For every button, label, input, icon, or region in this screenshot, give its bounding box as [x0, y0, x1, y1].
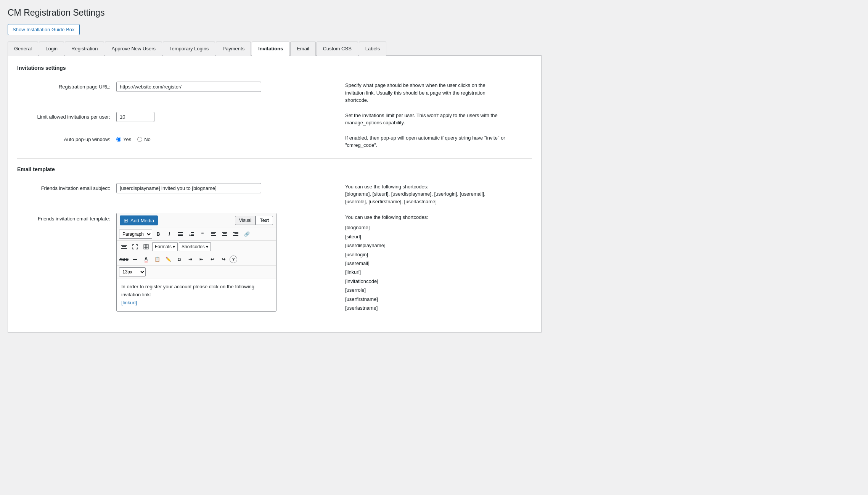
auto-popup-no-radio[interactable]	[137, 137, 142, 142]
editor-fontsize-row: 13px	[117, 266, 276, 278]
email-subject-label: Friends invitation email subject:	[17, 183, 116, 191]
blockquote-button[interactable]: “	[198, 230, 207, 239]
email-subject-help-label: You can use the following shortcodes:	[345, 184, 428, 190]
editor-body[interactable]: In order to register your account please…	[117, 278, 276, 311]
svg-rect-11	[211, 233, 215, 234]
align-left-button[interactable]	[209, 230, 219, 239]
help-code-userlastname: [userlastname]	[345, 304, 505, 312]
undo-button[interactable]: ↩	[207, 255, 217, 264]
fullscreen-button[interactable]	[130, 242, 140, 251]
format-select[interactable]: Paragraph	[119, 230, 152, 239]
reg-page-url-control	[116, 82, 330, 92]
tab-custom-css[interactable]: Custom CSS	[317, 42, 358, 56]
reg-page-url-label: Registration page URL:	[17, 82, 116, 90]
limit-invitations-control	[116, 112, 330, 122]
tab-labels[interactable]: Labels	[359, 42, 386, 56]
email-template-row: Friends invitation email template: ⊞ Add…	[17, 213, 532, 312]
tab-login[interactable]: Login	[39, 42, 64, 56]
email-template-help-label: You can use the following shortcodes:	[345, 213, 505, 222]
more-toolbar-button[interactable]	[119, 242, 129, 251]
help-code-invitationcode: [invitationcode]	[345, 277, 505, 286]
unordered-list-button[interactable]	[175, 230, 185, 239]
paste-button[interactable]: 📋	[152, 255, 162, 264]
email-editor: ⊞ Add Media Visual Text Paragraph	[116, 213, 276, 312]
tab-invitations[interactable]: Invitations	[252, 42, 289, 56]
svg-rect-10	[211, 232, 216, 233]
limit-invitations-help: Set the invitations limit per user. This…	[345, 112, 505, 127]
align-right-button[interactable]	[231, 230, 241, 239]
editor-toolbar-row3: ABC — A 📋 ✏️ Ω ⇥ ⇤ ↩ ↪ ?	[117, 253, 276, 266]
svg-rect-0	[178, 232, 179, 233]
svg-rect-9	[191, 235, 194, 236]
formats-label: Formats	[155, 244, 172, 249]
table-button[interactable]	[141, 242, 151, 251]
email-subject-row: Friends invitation email subject: You ca…	[17, 183, 532, 206]
tab-payments[interactable]: Payments	[216, 42, 251, 56]
svg-rect-8	[191, 234, 194, 235]
registration-page-url-row: Registration page URL: Specify what page…	[17, 82, 532, 104]
email-subject-help-codes: [blogname], [siteurl], [userdisplayname]…	[345, 191, 485, 204]
svg-rect-17	[235, 233, 238, 234]
auto-popup-no-option[interactable]: No	[137, 137, 151, 142]
auto-popup-yes-radio[interactable]	[116, 137, 121, 142]
email-template-title: Email template	[17, 166, 532, 175]
svg-rect-21	[121, 248, 127, 249]
help-code-blogname: [blogname]	[345, 223, 505, 232]
svg-rect-19	[121, 245, 127, 246]
tabs-navigation: General Login Registration Approve New U…	[8, 41, 542, 56]
email-template-label: Friends invitation email template:	[17, 213, 116, 222]
help-button[interactable]: ?	[230, 256, 237, 263]
tab-email[interactable]: Email	[290, 42, 316, 56]
ordered-list-button[interactable]: 1.	[186, 230, 196, 239]
indent-button[interactable]: ⇥	[185, 255, 195, 264]
text-color-button[interactable]: A	[141, 255, 151, 264]
auto-popup-yes-option[interactable]: Yes	[116, 137, 131, 142]
shortcodes-label: Shortcodes	[182, 244, 205, 249]
visual-tab[interactable]: Visual	[235, 216, 256, 225]
help-code-userfirstname: [userfirstname]	[345, 295, 505, 304]
help-code-linkurl: [linkurl]	[345, 268, 505, 276]
shortcodes-dropdown[interactable]: Shortcodes ▾	[179, 242, 211, 251]
formats-chevron-icon: ▾	[173, 244, 175, 249]
outdent-button[interactable]: ⇤	[196, 255, 206, 264]
align-center-button[interactable]	[220, 230, 230, 239]
text-tab[interactable]: Text	[256, 216, 273, 225]
special-char-button[interactable]: Ω	[174, 255, 184, 264]
tab-registration[interactable]: Registration	[65, 42, 104, 56]
svg-rect-3	[179, 234, 183, 235]
editor-toolbar-row1: Paragraph B I 1. “	[117, 228, 276, 241]
svg-rect-22	[144, 244, 148, 249]
show-installation-guide-button[interactable]: Show Installation Guide Box	[8, 24, 80, 35]
tab-temporary-logins[interactable]: Temporary Logins	[163, 42, 215, 56]
add-media-icon: ⊞	[124, 217, 128, 223]
editor-toolbar-row2: Formats ▾ Shortcodes ▾	[117, 241, 276, 253]
email-template-control: ⊞ Add Media Visual Text Paragraph	[116, 213, 330, 312]
invitations-settings-title: Invitations settings	[17, 65, 532, 74]
redo-button[interactable]: ↪	[219, 255, 228, 264]
reg-page-url-input[interactable]	[116, 82, 261, 92]
help-code-siteurl: [siteurl]	[345, 232, 505, 241]
bold-button[interactable]: B	[153, 230, 163, 239]
editor-body-link[interactable]: [linkurl]	[121, 300, 137, 305]
hr-button[interactable]: —	[130, 255, 140, 264]
page-title: CM Registration Settings	[8, 8, 542, 18]
limit-invitations-input[interactable]	[116, 112, 154, 122]
fontsize-select[interactable]: 13px	[119, 267, 146, 276]
add-media-button[interactable]: ⊞ Add Media	[120, 215, 158, 225]
svg-rect-15	[222, 235, 227, 236]
email-subject-input[interactable]	[116, 183, 261, 193]
formats-dropdown[interactable]: Formats ▾	[152, 242, 178, 251]
svg-rect-12	[211, 235, 216, 236]
italic-button[interactable]: I	[164, 230, 174, 239]
strikethrough-button[interactable]: ABC	[119, 255, 129, 264]
help-code-userrole: [userrole]	[345, 286, 505, 294]
link-button[interactable]: 🔗	[242, 230, 252, 239]
auto-popup-control: Yes No	[116, 134, 330, 142]
email-subject-help: You can use the following shortcodes: [b…	[345, 183, 505, 206]
tab-approve-new-users[interactable]: Approve New Users	[105, 42, 162, 56]
tab-general[interactable]: General	[8, 42, 38, 56]
editor-body-text: In order to register your account please…	[121, 284, 254, 297]
editor-topbar: ⊞ Add Media Visual Text	[117, 213, 276, 228]
erase-button[interactable]: ✏️	[163, 255, 173, 264]
limit-invitations-label: Limit allowed invitations per user:	[17, 112, 116, 120]
